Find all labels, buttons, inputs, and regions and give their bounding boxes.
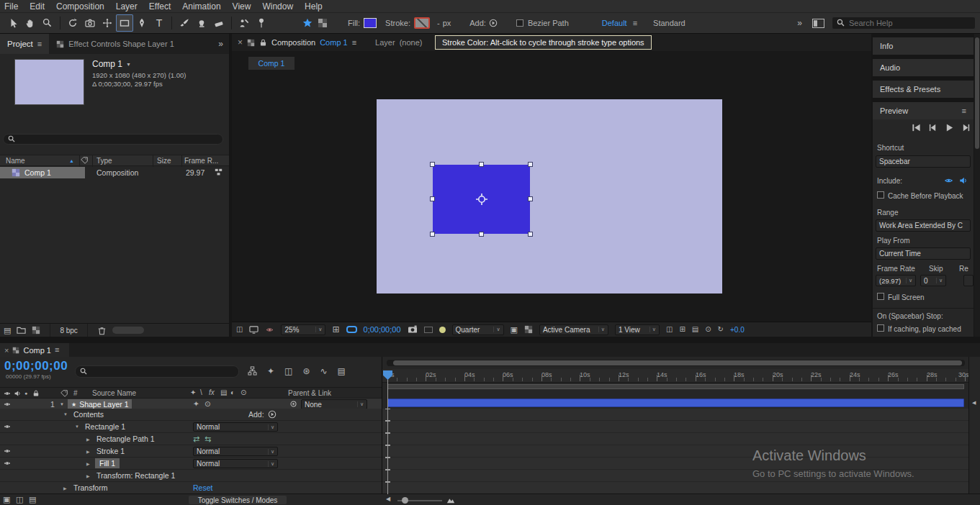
column-source-name[interactable]: Source Name — [92, 389, 136, 397]
work-area-bar[interactable] — [387, 384, 964, 389]
menu-effect[interactable]: Effect — [143, 1, 176, 12]
scrollbar-track[interactable] — [974, 34, 980, 337]
workspace-default[interactable]: Default — [602, 19, 627, 27]
graph-editor-icon[interactable]: ▤ — [338, 367, 346, 376]
close-icon[interactable]: × — [4, 346, 9, 355]
timeline-row-transform[interactable]: ▶ Transform Reset — [0, 482, 382, 494]
close-icon[interactable]: × — [238, 37, 243, 47]
overflow-icon[interactable]: » — [218, 40, 223, 48]
layer-name-cell[interactable]: ★ Shape Layer 1 — [68, 399, 132, 409]
bit-depth-label[interactable]: 8 bpc — [60, 327, 77, 335]
pen-tool-icon[interactable] — [133, 14, 150, 32]
project-search-box[interactable] — [3, 134, 223, 145]
include-video-eye-icon[interactable] — [943, 176, 954, 185]
shy-layers-icon[interactable]: ◫ — [284, 367, 292, 376]
eraser-tool-icon[interactable] — [210, 14, 228, 32]
menu-window[interactable]: Window — [256, 1, 299, 12]
panel-info[interactable]: Info — [873, 37, 974, 55]
blend-mode-dropdown[interactable]: Normal∨ — [193, 447, 278, 456]
twirl-right-icon[interactable]: ▶ — [86, 473, 90, 478]
playhead-line[interactable] — [387, 380, 388, 494]
timeline-search-box[interactable] — [75, 365, 239, 378]
new-folder-icon[interactable] — [17, 326, 26, 335]
play-icon[interactable] — [945, 123, 954, 132]
reset-link[interactable]: Reset — [193, 483, 212, 492]
property-label[interactable]: Transform — [73, 483, 107, 492]
blend-mode-dropdown[interactable]: Normal∨ — [193, 459, 278, 468]
frame-rate-dropdown[interactable]: (29.97)∨ — [876, 275, 916, 286]
show-channel-icon[interactable] — [439, 327, 446, 333]
tab-composition-comp-name[interactable]: Comp 1 — [320, 38, 348, 47]
menu-animation[interactable]: Animation — [176, 1, 226, 12]
tab-project[interactable]: Project ≡ — [0, 34, 49, 54]
panel-menu-icon[interactable]: ≡ — [55, 346, 59, 354]
column-size[interactable]: Size — [157, 157, 171, 165]
timeline-search-input[interactable] — [91, 368, 234, 376]
visibility-eye-icon[interactable] — [3, 460, 12, 467]
selection-handle[interactable] — [528, 232, 533, 237]
tab-layer-label[interactable]: Layer — [375, 38, 395, 47]
bezier-path-checkbox[interactable] — [516, 19, 523, 27]
clone-stamp-tool-icon[interactable] — [193, 14, 210, 32]
panel-menu-icon[interactable]: ≡ — [352, 39, 356, 47]
sort-asc-icon[interactable]: ▲ — [69, 158, 74, 163]
layer-quality-switch-icon[interactable]: ✦ — [193, 400, 199, 408]
add-shape-button[interactable] — [489, 19, 498, 27]
property-label[interactable]: Fill 1 — [99, 459, 115, 468]
preview-quality-icon[interactable]: ◫ — [236, 326, 243, 333]
zoom-tool-icon[interactable] — [39, 14, 56, 32]
selection-handle[interactable] — [528, 162, 533, 167]
workspace-standard[interactable]: Standard — [653, 19, 685, 27]
toggle-switches-modes-button[interactable]: Toggle Switches / Modes — [189, 496, 287, 504]
panel-effects-presets[interactable]: Effects & Presets — [873, 81, 974, 98]
project-table-row[interactable]: Comp 1 Composition 29.97 — [0, 167, 229, 178]
reset-exposure-icon[interactable]: ↻ — [718, 326, 724, 333]
timeline-row-contents[interactable]: ▼ Contents Add: — [0, 409, 382, 421]
view-layout-dropdown[interactable]: 1 View∨ — [615, 324, 660, 335]
timeline-navigator-track[interactable] — [387, 360, 965, 366]
range-dropdown[interactable]: Work Area Extended By C — [876, 219, 971, 232]
menu-composition[interactable]: Composition — [50, 1, 110, 12]
project-search-input[interactable] — [19, 135, 218, 144]
help-search-box[interactable] — [832, 17, 976, 29]
scrollbar-thumb[interactable] — [975, 37, 979, 149]
camera-dropdown[interactable]: Active Camera∨ — [539, 324, 608, 335]
visibility-eye-icon[interactable] — [3, 423, 12, 430]
trash-icon[interactable] — [97, 326, 107, 335]
type-tool-icon[interactable]: T — [150, 14, 168, 32]
workspace-bar-icon[interactable] — [812, 19, 824, 28]
roto-brush-tool-icon[interactable] — [235, 14, 253, 32]
anchor-point-icon[interactable] — [476, 194, 487, 205]
tab-effect-controls[interactable]: Effect Controls Shape Layer 1 — [68, 40, 174, 48]
comp-thumbnail[interactable] — [14, 59, 84, 105]
column-parent-link[interactable]: Parent & Link — [288, 389, 331, 397]
full-screen-checkbox[interactable] — [877, 293, 884, 300]
timeline-row-fill[interactable]: ▶ Fill 1 Normal∨ — [0, 458, 382, 470]
property-label[interactable]: Rectangle 1 — [85, 422, 125, 431]
row-name[interactable]: Comp 1 — [24, 168, 51, 177]
include-audio-icon[interactable] — [958, 176, 968, 185]
motion-blur-icon[interactable]: ∿ — [320, 367, 327, 376]
chevron-down-icon[interactable]: ▼ — [126, 62, 131, 67]
exposure-value[interactable]: +0.0 — [730, 326, 745, 334]
region-of-interest-icon[interactable]: ▣ — [511, 326, 518, 334]
puppet-pin-tool-icon[interactable] — [253, 14, 270, 32]
current-time-display[interactable]: 0;00;00;00 — [364, 325, 401, 334]
menu-file[interactable]: File — [0, 1, 24, 12]
viewer-comp-tab[interactable]: Comp 1 — [248, 57, 295, 70]
selection-handle[interactable] — [528, 196, 533, 201]
composition-canvas[interactable] — [377, 99, 722, 294]
column-hash[interactable]: # — [73, 389, 78, 397]
panel-preview[interactable]: Preview ≡ — [873, 102, 974, 119]
timeline-row-rectangle[interactable]: ▼ Rectangle 1 Normal∨ — [0, 421, 382, 433]
show-snapshot-icon[interactable] — [424, 327, 433, 333]
fill-color-swatch[interactable] — [364, 18, 377, 28]
transparency-checker-icon[interactable] — [318, 18, 328, 28]
timeline-tab[interactable]: × Comp 1 ≡ — [0, 343, 69, 357]
layer-name[interactable]: Shape Layer 1 — [79, 400, 128, 409]
help-search-input[interactable] — [849, 19, 971, 27]
if-caching-checkbox[interactable] — [877, 324, 884, 332]
channel-eye-icon[interactable] — [265, 326, 274, 334]
selection-handle[interactable] — [479, 162, 484, 167]
shortcut-dropdown[interactable]: Spacebar — [876, 155, 971, 168]
